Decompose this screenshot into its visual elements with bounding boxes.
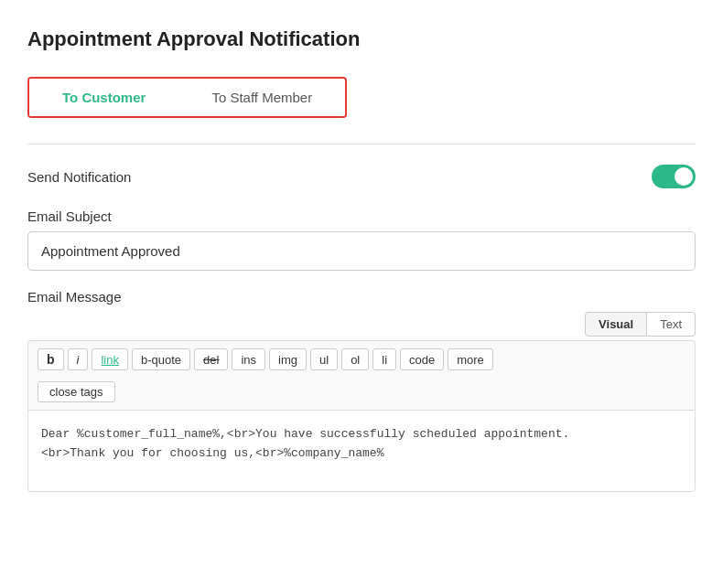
toolbar-ul-button[interactable]: ul xyxy=(310,348,338,370)
email-subject-input[interactable] xyxy=(27,231,696,271)
toolbar-bquote-button[interactable]: b-quote xyxy=(132,348,190,370)
email-message-section: Email Message Visual Text b i link b-quo… xyxy=(27,289,696,492)
toolbar-ins-button[interactable]: ins xyxy=(232,348,265,370)
email-message-label: Email Message xyxy=(27,289,696,305)
toggle-thumb xyxy=(674,167,693,186)
toolbar-bold-button[interactable]: b xyxy=(38,348,64,370)
toolbar-italic-button[interactable]: i xyxy=(68,348,89,370)
toolbar-close-tags-button[interactable]: close tags xyxy=(38,381,115,402)
toolbar-row2: close tags xyxy=(27,378,696,410)
tab-to-customer[interactable]: To Customer xyxy=(29,79,178,116)
toolbar-more-button[interactable]: more xyxy=(448,348,493,370)
editor-toolbar: b i link b-quote del ins img ul ol li co… xyxy=(27,340,696,378)
email-subject-label: Email Subject xyxy=(27,208,696,224)
tab-container: To Customer To Staff Member xyxy=(27,77,347,118)
mode-text-button[interactable]: Text xyxy=(647,312,696,337)
email-subject-section: Email Subject xyxy=(27,208,696,271)
toolbar-img-button[interactable]: img xyxy=(269,348,307,370)
editor-content[interactable]: Dear %customer_full_name%,<br>You have s… xyxy=(27,410,696,492)
toolbar-ol-button[interactable]: ol xyxy=(341,348,369,370)
tab-to-staff-member[interactable]: To Staff Member xyxy=(178,79,345,116)
send-notification-row: Send Notification xyxy=(27,165,696,188)
send-notification-toggle[interactable] xyxy=(652,165,696,188)
page-title: Appointment Approval Notification xyxy=(27,27,696,51)
divider xyxy=(27,144,696,144)
editor-mode-row: Visual Text xyxy=(27,312,696,337)
toolbar-li-button[interactable]: li xyxy=(372,348,396,370)
toolbar-link-button[interactable]: link xyxy=(92,348,128,370)
toggle-track xyxy=(652,165,696,188)
mode-visual-button[interactable]: Visual xyxy=(585,312,647,337)
toolbar-del-button[interactable]: del xyxy=(194,348,228,370)
send-notification-label: Send Notification xyxy=(27,169,131,185)
toolbar-code-button[interactable]: code xyxy=(400,348,444,370)
